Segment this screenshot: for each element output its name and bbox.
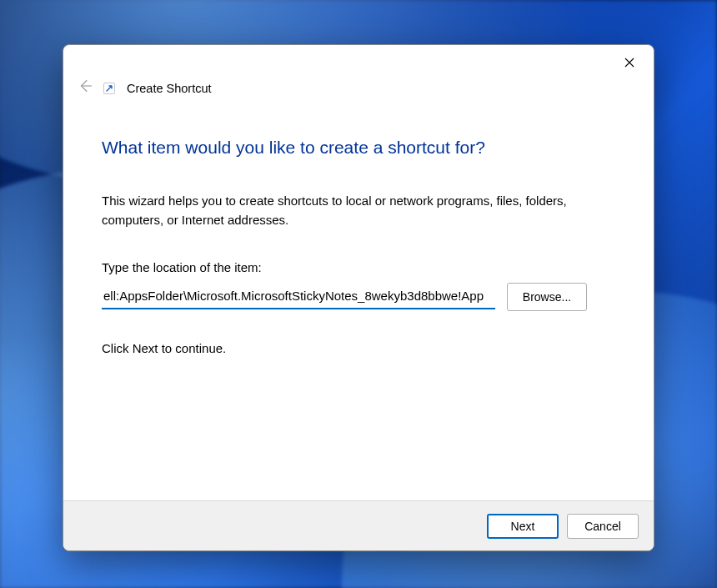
shortcut-icon [103, 83, 115, 94]
wizard-content: What item would you like to create a sho… [63, 98, 654, 500]
continue-instruction: Click Next to continue. [102, 341, 615, 355]
description-text: This wizard helps you to create shortcut… [102, 191, 594, 230]
back-arrow-icon [75, 78, 95, 98]
wizard-header: Create Shortcut [63, 78, 654, 98]
wizard-title: Create Shortcut [127, 82, 212, 95]
location-input[interactable] [102, 284, 495, 309]
titlebar [63, 45, 654, 80]
cancel-button[interactable]: Cancel [567, 514, 639, 539]
close-button[interactable] [617, 50, 642, 75]
next-button[interactable]: Next [487, 514, 559, 539]
create-shortcut-dialog: Create Shortcut What item would you like… [63, 44, 654, 551]
page-heading: What item would you like to create a sho… [102, 138, 615, 158]
location-input-row: Browse... [102, 283, 615, 311]
location-label: Type the location of the item: [102, 260, 615, 274]
browse-button[interactable]: Browse... [507, 283, 587, 311]
wizard-footer: Next Cancel [63, 500, 654, 550]
